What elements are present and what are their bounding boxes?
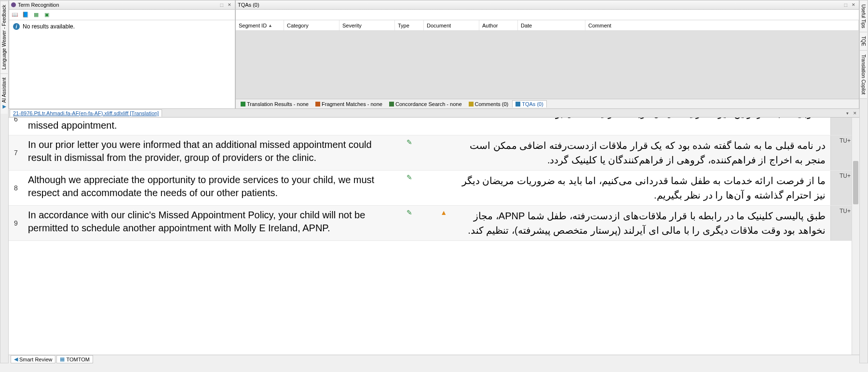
segment-number: 9 [9,206,23,240]
segment-status: ✎▲ [403,206,451,240]
segment-row[interactable]: 6Appointment Policy was included in the … [9,118,859,135]
vertical-scrollbar[interactable] [852,118,859,355]
no-results-text: No results available. [23,23,75,30]
result-tab[interactable]: Concordance Search - none [386,101,465,107]
pin-icon[interactable] [218,1,225,8]
toolbar-icon-4[interactable]: ▣ [43,11,51,19]
doc-menu-icon[interactable]: ▾ [844,110,851,117]
bottom-tab[interactable]: ▦TOMTOM [56,355,93,363]
segment-number: 6 [9,118,23,135]
result-tab[interactable]: TQAs (0) [512,100,547,107]
col-document[interactable]: Document [424,20,479,30]
col-type[interactable]: Type [395,20,424,30]
result-tab[interactable]: Comments (0) [466,101,512,107]
pencil-icon: ✎ [407,173,412,181]
doc-close-icon[interactable]: ✕ [852,110,858,117]
segment-row[interactable]: 8Although we appreciate the opportunity … [9,171,859,206]
tqa-grid-body[interactable] [236,31,859,99]
col-category[interactable]: Category [284,20,339,30]
tab-color-icon [469,102,474,106]
toolbar-icon-2[interactable]: 📘 [22,11,29,19]
pencil-icon: ✎ [407,209,412,216]
tqa-panel-title: TQAs (0) [238,2,841,8]
editor-grid[interactable]: 6Appointment Policy was included in the … [9,118,859,355]
bottom-tab-icon: ▦ [60,356,65,362]
segment-source[interactable]: Appointment Policy was included in the l… [23,118,403,135]
col-date[interactable]: Date [518,20,585,30]
segment-number: 7 [9,135,23,170]
segment-status: ✎ [403,171,451,205]
toolbar-icon-3[interactable]: ▦ [32,11,40,19]
col-severity[interactable]: Severity [339,20,395,30]
term-toolbar: 📖 📘 ▦ ▣ [9,10,235,20]
segment-status: ✎ [403,135,451,170]
side-tab-useful-tips[interactable]: Useful Tips [860,0,867,32]
tqa-panel: TQAs (0) Segment ID▲ Category Severity T… [235,0,859,109]
side-tab-ai-assistant[interactable]: ◀AI Assistant [0,73,8,114]
segment-source[interactable]: Although we appreciate the opportunity t… [23,171,403,205]
segment-status [403,118,451,135]
result-tabs: Translation Results - noneFragment Match… [236,99,859,108]
segment-row[interactable]: 9In accordance with our clinic's Missed … [9,206,859,241]
col-author[interactable]: Author [479,20,518,30]
segment-target[interactable]: مکتوبی که بعد از اولین غیرحاضری طفل‌تان … [451,118,830,135]
tqa-grid-header: Segment ID▲ Category Severity Type Docum… [236,20,859,31]
col-segment-id[interactable]: Segment ID▲ [236,20,284,30]
segment-source[interactable]: In accordance with our clinic's Missed A… [23,206,403,240]
close-icon[interactable] [850,1,857,8]
pin-icon[interactable] [842,1,849,8]
document-tab-bar: 21-8976.PtLtr.Ahmadi.fa-AF(en-fa-AF).xli… [9,109,859,118]
info-icon: i [13,23,20,30]
right-side-strip: Useful Tips TQE Translation Copilot [859,0,868,363]
segment-row[interactable]: 7In our prior letter you were informed t… [9,135,859,171]
result-tab[interactable]: Translation Results - none [238,101,312,107]
segment-target[interactable]: طبق پالیسی کلینیک ما در رابطه با قرار مل… [451,206,830,240]
left-side-strip: Language Weaver - Feedback ◀AI Assistant [0,0,9,363]
tab-color-icon [315,102,320,106]
side-tab-tqe[interactable]: TQE [860,32,867,51]
segment-source[interactable]: In our prior letter you were informed th… [23,135,403,170]
bottom-tab-icon: ◀ [14,356,18,362]
result-tab[interactable]: Fragment Matches - none [312,101,385,107]
segment-target[interactable]: در نامه قبلی ما به شما گفته شده بود که ی… [451,135,830,170]
warning-icon: ▲ [440,209,447,216]
bottom-tabs: ◀Smart Review▦TOMTOM [9,355,859,363]
close-icon[interactable] [226,1,233,8]
tab-color-icon [241,102,245,106]
term-recognition-panel: Term Recognition 📖 📘 ▦ ▣ i No results av… [9,0,235,109]
tab-color-icon [515,102,520,106]
segment-number: 8 [9,171,23,205]
segment-target[interactable]: ما از فرصت ارائه خدمات به طفل شما قدردان… [451,171,830,205]
bottom-tab[interactable]: ◀Smart Review [11,355,55,363]
scroll-thumb[interactable] [853,161,858,204]
toolbar-icon-1[interactable]: 📖 [11,11,19,19]
term-panel-title: Term Recognition [18,2,217,8]
side-tab-translation-copilot[interactable]: Translation Copilot [860,51,867,99]
side-tab-language-weaver[interactable]: Language Weaver - Feedback [0,0,8,73]
pencil-icon: ✎ [407,138,412,146]
document-tab[interactable]: 21-8976.PtLtr.Ahmadi.fa-AF(en-fa-AF).xli… [10,109,162,117]
col-comment[interactable]: Comment [585,20,859,30]
tab-color-icon [389,102,394,106]
